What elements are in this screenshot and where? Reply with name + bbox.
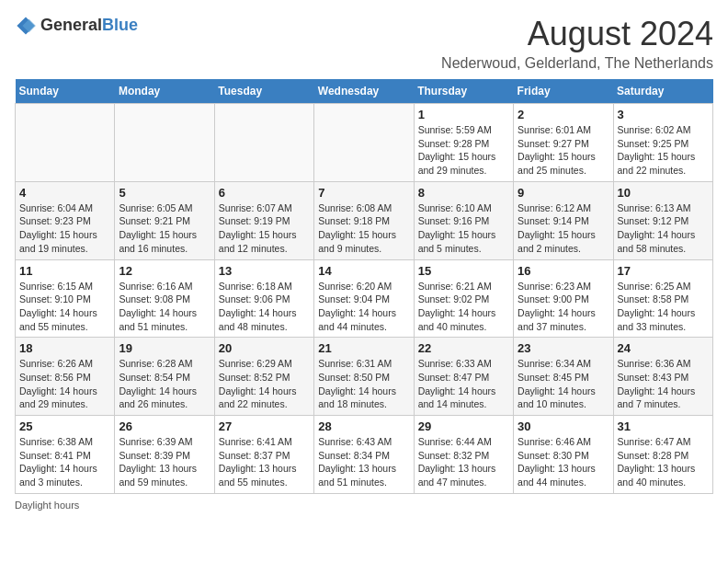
title-area: August 2024 Nederwoud, Gelderland, The N… — [441, 15, 713, 72]
day-info: Sunrise: 6:28 AM Sunset: 8:54 PM Dayligh… — [119, 357, 210, 411]
calendar-cell: 4Sunrise: 6:04 AM Sunset: 9:23 PM Daylig… — [16, 181, 115, 259]
calendar-cell: 2Sunrise: 6:01 AM Sunset: 9:27 PM Daylig… — [514, 104, 613, 182]
day-info: Sunrise: 6:36 AM Sunset: 8:43 PM Dayligh… — [618, 357, 709, 411]
calendar-table: SundayMondayTuesdayWednesdayThursdayFrid… — [15, 79, 713, 494]
day-info: Sunrise: 6:04 AM Sunset: 9:23 PM Dayligh… — [19, 201, 110, 256]
day-info: Sunrise: 6:07 AM Sunset: 9:19 PM Dayligh… — [219, 201, 310, 256]
calendar-cell — [115, 104, 214, 182]
logo: General Blue — [15, 15, 138, 37]
day-number: 27 — [219, 419, 310, 433]
calendar-cell: 31Sunrise: 6:47 AM Sunset: 8:28 PM Dayli… — [613, 416, 712, 494]
day-info: Sunrise: 6:16 AM Sunset: 9:08 PM Dayligh… — [119, 280, 210, 334]
day-info: Sunrise: 6:38 AM Sunset: 8:41 PM Dayligh… — [19, 435, 110, 489]
calendar-cell — [16, 104, 115, 182]
day-info: Sunrise: 6:29 AM Sunset: 8:52 PM Dayligh… — [219, 357, 310, 411]
day-info: Sunrise: 6:15 AM Sunset: 9:10 PM Dayligh… — [19, 280, 110, 334]
calendar-week-row: 11Sunrise: 6:15 AM Sunset: 9:10 PM Dayli… — [16, 259, 713, 338]
calendar-week-row: 4Sunrise: 6:04 AM Sunset: 9:23 PM Daylig… — [16, 181, 713, 259]
subtitle: Nederwoud, Gelderland, The Netherlands — [441, 55, 713, 72]
calendar-cell: 13Sunrise: 6:18 AM Sunset: 9:06 PM Dayli… — [214, 259, 313, 338]
calendar-cell: 17Sunrise: 6:25 AM Sunset: 8:58 PM Dayli… — [613, 259, 712, 338]
calendar-cell: 7Sunrise: 6:08 AM Sunset: 9:18 PM Daylig… — [314, 181, 414, 259]
calendar-cell: 5Sunrise: 6:05 AM Sunset: 9:21 PM Daylig… — [115, 181, 214, 259]
day-info: Sunrise: 6:25 AM Sunset: 8:58 PM Dayligh… — [618, 280, 709, 334]
day-number: 21 — [318, 341, 409, 355]
day-info: Sunrise: 6:01 AM Sunset: 9:27 PM Dayligh… — [518, 123, 609, 178]
day-of-week-header: Friday — [514, 79, 613, 104]
day-info: Sunrise: 6:47 AM Sunset: 8:28 PM Dayligh… — [618, 435, 709, 489]
calendar-cell: 30Sunrise: 6:46 AM Sunset: 8:30 PM Dayli… — [514, 416, 613, 494]
calendar-cell: 21Sunrise: 6:31 AM Sunset: 8:50 PM Dayli… — [314, 338, 414, 416]
calendar-cell — [214, 104, 313, 182]
calendar-week-row: 18Sunrise: 6:26 AM Sunset: 8:56 PM Dayli… — [16, 338, 713, 416]
day-number: 24 — [618, 341, 709, 355]
logo-icon — [15, 15, 37, 37]
day-number: 12 — [119, 264, 210, 278]
day-number: 11 — [19, 264, 110, 278]
day-number: 19 — [119, 341, 210, 355]
calendar-cell: 9Sunrise: 6:12 AM Sunset: 9:14 PM Daylig… — [514, 181, 613, 259]
day-info: Sunrise: 6:44 AM Sunset: 8:32 PM Dayligh… — [418, 435, 509, 489]
day-number: 30 — [518, 419, 609, 433]
day-of-week-header: Tuesday — [214, 79, 313, 104]
day-number: 9 — [518, 186, 609, 200]
day-info: Sunrise: 6:13 AM Sunset: 9:12 PM Dayligh… — [618, 201, 709, 256]
day-number: 5 — [119, 186, 210, 200]
day-number: 1 — [418, 108, 509, 121]
day-info: Sunrise: 6:23 AM Sunset: 9:00 PM Dayligh… — [518, 280, 609, 334]
calendar-body: 1Sunrise: 5:59 AM Sunset: 9:28 PM Daylig… — [16, 104, 713, 494]
day-of-week-header: Monday — [115, 79, 214, 104]
day-number: 26 — [119, 419, 210, 433]
calendar-cell: 15Sunrise: 6:21 AM Sunset: 9:02 PM Dayli… — [414, 259, 513, 338]
calendar-cell: 29Sunrise: 6:44 AM Sunset: 8:32 PM Dayli… — [414, 416, 513, 494]
calendar-week-row: 25Sunrise: 6:38 AM Sunset: 8:41 PM Dayli… — [16, 416, 713, 494]
day-number: 10 — [618, 186, 709, 200]
day-info: Sunrise: 6:46 AM Sunset: 8:30 PM Dayligh… — [518, 435, 609, 489]
day-number: 22 — [418, 341, 509, 355]
calendar-cell: 18Sunrise: 6:26 AM Sunset: 8:56 PM Dayli… — [16, 338, 115, 416]
day-info: Sunrise: 6:26 AM Sunset: 8:56 PM Dayligh… — [19, 357, 110, 411]
day-info: Sunrise: 6:12 AM Sunset: 9:14 PM Dayligh… — [518, 201, 609, 256]
calendar-cell: 8Sunrise: 6:10 AM Sunset: 9:16 PM Daylig… — [414, 181, 513, 259]
calendar-cell: 25Sunrise: 6:38 AM Sunset: 8:41 PM Dayli… — [16, 416, 115, 494]
day-number: 18 — [19, 341, 110, 355]
calendar-cell: 27Sunrise: 6:41 AM Sunset: 8:37 PM Dayli… — [214, 416, 313, 494]
day-number: 31 — [618, 419, 709, 433]
day-info: Sunrise: 6:34 AM Sunset: 8:45 PM Dayligh… — [518, 357, 609, 411]
day-info: Sunrise: 6:02 AM Sunset: 9:25 PM Dayligh… — [618, 123, 709, 178]
calendar-cell: 10Sunrise: 6:13 AM Sunset: 9:12 PM Dayli… — [613, 181, 712, 259]
day-info: Sunrise: 6:08 AM Sunset: 9:18 PM Dayligh… — [318, 201, 409, 256]
day-number: 13 — [219, 264, 310, 278]
calendar-cell: 19Sunrise: 6:28 AM Sunset: 8:54 PM Dayli… — [115, 338, 214, 416]
day-number: 16 — [518, 264, 609, 278]
day-number: 15 — [418, 264, 509, 278]
day-info: Sunrise: 6:43 AM Sunset: 8:34 PM Dayligh… — [318, 435, 409, 489]
calendar-cell: 14Sunrise: 6:20 AM Sunset: 9:04 PM Dayli… — [314, 259, 414, 338]
calendar-cell: 23Sunrise: 6:34 AM Sunset: 8:45 PM Dayli… — [514, 338, 613, 416]
day-info: Sunrise: 6:21 AM Sunset: 9:02 PM Dayligh… — [418, 280, 509, 334]
calendar-week-row: 1Sunrise: 5:59 AM Sunset: 9:28 PM Daylig… — [16, 104, 713, 182]
day-of-week-header: Wednesday — [314, 79, 414, 104]
day-number: 29 — [418, 419, 509, 433]
day-number: 6 — [219, 186, 310, 200]
day-number: 28 — [318, 419, 409, 433]
main-title: August 2024 — [441, 15, 713, 53]
day-number: 20 — [219, 341, 310, 355]
calendar-cell: 6Sunrise: 6:07 AM Sunset: 9:19 PM Daylig… — [214, 181, 313, 259]
day-info: Sunrise: 6:41 AM Sunset: 8:37 PM Dayligh… — [219, 435, 310, 489]
day-number: 4 — [19, 186, 110, 200]
calendar-cell: 20Sunrise: 6:29 AM Sunset: 8:52 PM Dayli… — [214, 338, 313, 416]
calendar-cell: 1Sunrise: 5:59 AM Sunset: 9:28 PM Daylig… — [414, 104, 513, 182]
day-info: Sunrise: 6:10 AM Sunset: 9:16 PM Dayligh… — [418, 201, 509, 256]
day-number: 8 — [418, 186, 509, 200]
footer: Daylight hours — [15, 500, 713, 511]
calendar-cell: 22Sunrise: 6:33 AM Sunset: 8:47 PM Dayli… — [414, 338, 513, 416]
header: General Blue August 2024 Nederwoud, Geld… — [15, 15, 713, 72]
logo-blue-text: Blue — [102, 17, 138, 35]
day-number: 14 — [318, 264, 409, 278]
day-number: 2 — [518, 108, 609, 121]
day-number: 23 — [518, 341, 609, 355]
day-info: Sunrise: 6:20 AM Sunset: 9:04 PM Dayligh… — [318, 280, 409, 334]
day-number: 25 — [19, 419, 110, 433]
day-of-week-header: Saturday — [613, 79, 712, 104]
